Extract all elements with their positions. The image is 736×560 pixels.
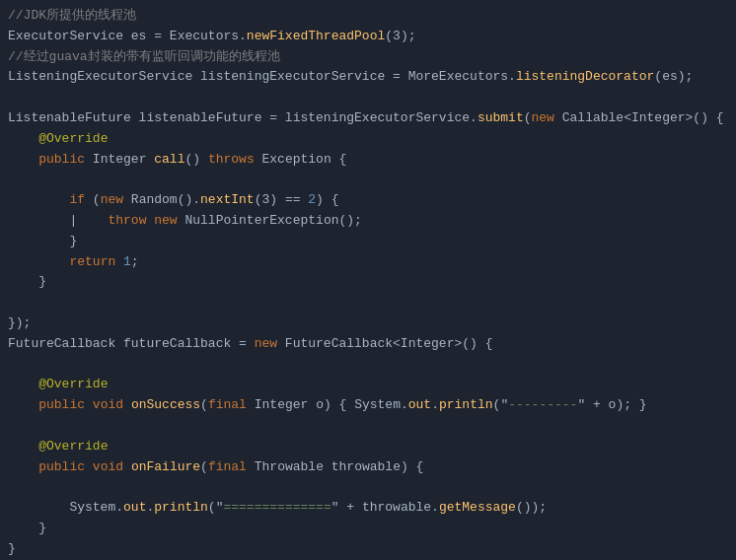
code-line: ExecutorService es = Executors.newFixedT… xyxy=(8,27,728,47)
code-line: }); xyxy=(8,314,728,334)
code-line: } xyxy=(8,519,728,539)
code-line: @Override xyxy=(8,437,728,457)
code-line: public void onFailure(final Throwable th… xyxy=(8,457,728,478)
code-line xyxy=(8,293,728,314)
code-editor: //JDK所提供的线程池 ExecutorService es = Execut… xyxy=(0,0,736,560)
code-line: public void onSuccess(final Integer o) {… xyxy=(8,395,728,416)
code-line: return 1; xyxy=(8,252,728,273)
code-line: } xyxy=(8,232,728,252)
code-line: FutureCallback futureCallback = new Futu… xyxy=(8,334,728,355)
code-line: ListeningExecutorService listeningExecut… xyxy=(8,67,728,88)
code-line: System.out.println("==============" + th… xyxy=(8,498,728,519)
code-line xyxy=(8,477,728,498)
code-line xyxy=(8,88,728,108)
code-line: public Integer call() throws Exception { xyxy=(8,150,728,171)
code-line xyxy=(8,416,728,437)
code-line xyxy=(8,170,728,190)
code-line: //JDK所提供的线程池 xyxy=(8,6,728,27)
code-line: } xyxy=(8,539,728,560)
code-line: if (new Random().nextInt(3) == 2) { xyxy=(8,190,728,211)
code-line: | throw new NullPointerException(); xyxy=(8,211,728,232)
code-line: @Override xyxy=(8,375,728,395)
code-line xyxy=(8,355,728,376)
code-line: } xyxy=(8,272,728,293)
code-line: //经过guava封装的带有监听回调功能的线程池 xyxy=(8,47,728,68)
code-line: ListenableFuture listenableFuture = list… xyxy=(8,108,728,129)
code-line: @Override xyxy=(8,129,728,150)
